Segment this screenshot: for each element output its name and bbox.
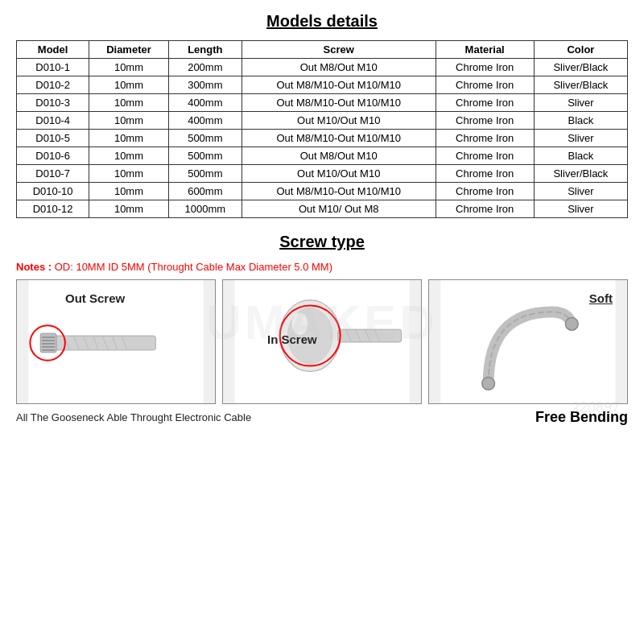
table-cell: 1000mm	[168, 200, 242, 218]
table-cell: 10mm	[89, 165, 169, 183]
table-cell: Sliver/Black	[534, 59, 627, 76]
screw-images-row: Out Screw	[16, 279, 628, 404]
table-cell: Out M8/M10-Out M10/M10	[242, 183, 436, 200]
table-cell: Out M10/Out M10	[242, 165, 436, 183]
page: UMAKED 220897 Models details ModelDiamet…	[0, 0, 644, 644]
table-cell: Black	[534, 147, 627, 165]
table-cell: 300mm	[168, 76, 242, 94]
table-cell: Chrome Iron	[436, 183, 534, 200]
table-row: D010-410mm400mmOut M10/Out M10Chrome Iro…	[17, 112, 628, 130]
table-cell: D010-12	[17, 200, 89, 218]
notes-content: OD: 10MM ID 5MM (Throught Cable Max Diam…	[55, 261, 332, 273]
table-cell: Sliver/Black	[534, 76, 627, 94]
out-screw-label: Out Screw	[65, 291, 125, 305]
table-cell: D010-1	[17, 59, 89, 76]
table-header: Diameter	[89, 41, 169, 59]
table-row: D010-1210mm1000mmOut M10/ Out M8Chrome I…	[17, 200, 628, 218]
table-cell: 10mm	[89, 94, 169, 112]
table-cell: 500mm	[168, 147, 242, 165]
in-screw-box: In Screw	[222, 279, 422, 404]
table-cell: D010-4	[17, 112, 89, 130]
table-header: Length	[168, 41, 242, 59]
table-cell: 10mm	[89, 200, 169, 218]
table-cell: D010-10	[17, 183, 89, 200]
table-cell: 10mm	[89, 147, 169, 165]
bottom-text: All The Gooseneck Able Throught Electron…	[16, 411, 251, 423]
table-cell: 10mm	[89, 183, 169, 200]
table-cell: Chrome Iron	[436, 59, 534, 76]
table-cell: D010-7	[17, 165, 89, 183]
svg-rect-1	[52, 336, 155, 350]
table-cell: 500mm	[168, 130, 242, 147]
table-cell: Chrome Iron	[436, 76, 534, 94]
table-cell: Out M10/Out M10	[242, 112, 436, 130]
soft-label: Soft	[589, 291, 613, 305]
svg-point-28	[565, 317, 578, 330]
table-cell: 10mm	[89, 76, 169, 94]
table-cell: D010-6	[17, 147, 89, 165]
table-cell: D010-5	[17, 130, 89, 147]
table-row: D010-210mm300mmOut M8/M10-Out M10/M10Chr…	[17, 76, 628, 94]
table-cell: D010-3	[17, 94, 89, 112]
table-cell: Out M8/M10-Out M10/M10	[242, 76, 436, 94]
in-screw-label: In Screw	[267, 332, 317, 346]
table-cell: Sliver	[534, 94, 627, 112]
table-cell: Out M8/Out M10	[242, 147, 436, 165]
table-cell: 600mm	[168, 183, 242, 200]
table-cell: Chrome Iron	[436, 165, 534, 183]
table-cell: Chrome Iron	[436, 112, 534, 130]
table-row: D010-310mm400mmOut M8/M10-Out M10/M10Chr…	[17, 94, 628, 112]
table-cell: Black	[534, 112, 627, 130]
table-cell: 10mm	[89, 130, 169, 147]
svg-point-27	[482, 377, 495, 390]
table-row: D010-110mm200mmOut M8/Out M10Chrome Iron…	[17, 59, 628, 76]
screw-type-title: Screw type	[16, 233, 628, 251]
table-cell: Chrome Iron	[436, 200, 534, 218]
table-row: D010-710mm500mmOut M10/Out M10Chrome Iro…	[17, 165, 628, 183]
soft-box: Soft	[428, 279, 628, 404]
models-title: Models details	[16, 12, 628, 31]
table-cell: 400mm	[168, 112, 242, 130]
table-row: D010-510mm500mmOut M8/M10-Out M10/M10Chr…	[17, 130, 628, 147]
table-cell: Out M8/M10-Out M10/M10	[242, 130, 436, 147]
table-cell: Sliver	[534, 200, 627, 218]
table-cell: Out M8/Out M10	[242, 59, 436, 76]
table-row: D010-610mm500mmOut M8/Out M10Chrome Iron…	[17, 147, 628, 165]
table-cell: Sliver	[534, 130, 627, 147]
notes-label: Notes :	[16, 261, 52, 273]
table-row: D010-1010mm600mmOut M8/M10-Out M10/M10Ch…	[17, 183, 628, 200]
notes-line: Notes : OD: 10MM ID 5MM (Throught Cable …	[16, 261, 628, 273]
table-cell: D010-2	[17, 76, 89, 94]
table-cell: Chrome Iron	[436, 94, 534, 112]
table-cell: 400mm	[168, 94, 242, 112]
table-cell: Out M8/M10-Out M10/M10	[242, 94, 436, 112]
table-header: Material	[436, 41, 534, 59]
table-cell: 200mm	[168, 59, 242, 76]
table-cell: 10mm	[89, 112, 169, 130]
table-header: Model	[17, 41, 89, 59]
free-bending-text: Free Bending	[535, 409, 628, 426]
models-table: ModelDiameterLengthScrewMaterialColor D0…	[16, 40, 628, 218]
table-cell: 10mm	[89, 59, 169, 76]
table-cell: Chrome Iron	[436, 147, 534, 165]
table-cell: Out M10/ Out M8	[242, 200, 436, 218]
bottom-row: All The Gooseneck Able Throught Electron…	[16, 409, 628, 426]
table-cell: Sliver/Black	[534, 165, 627, 183]
table-cell: Sliver	[534, 183, 627, 200]
table-cell: 500mm	[168, 165, 242, 183]
table-cell: Chrome Iron	[436, 130, 534, 147]
screw-type-section: Screw type Notes : OD: 10MM ID 5MM (Thro…	[16, 233, 628, 426]
out-screw-box: Out Screw	[16, 279, 216, 404]
table-header: Color	[534, 41, 627, 59]
table-header: Screw	[242, 41, 436, 59]
svg-point-19	[291, 312, 308, 335]
